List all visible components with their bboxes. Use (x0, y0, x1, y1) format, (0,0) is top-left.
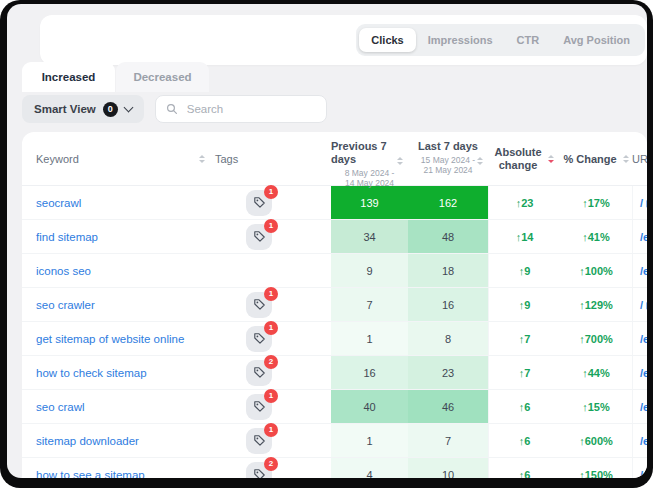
url-link[interactable]: /en/ (640, 367, 647, 379)
absolute-change-cell: ↑6 (488, 424, 560, 457)
table-row: seo crawler 1 7 16 ↑9 ↑129% / (22, 288, 647, 322)
percent-change-cell: ↑15% (560, 390, 632, 423)
smart-view-dropdown[interactable]: Smart View 0 (22, 95, 144, 123)
absolute-change-cell: ↑23 (488, 186, 560, 219)
percent-change-cell: ↑17% (560, 186, 632, 219)
keyword-link[interactable]: seo crawler (36, 299, 95, 311)
tag-icon (253, 400, 266, 413)
last-clicks-cell: 18 (408, 254, 488, 287)
external-link-icon (646, 300, 647, 310)
url-link[interactable]: /em (640, 265, 647, 277)
table-row: get sitemap of website online 1 1 8 ↑7 ↑… (22, 322, 647, 356)
metric-tab-ctr[interactable]: CTR (505, 28, 552, 52)
metric-tab-impressions[interactable]: Impressions (416, 28, 505, 52)
previous-clicks-cell: 16 (331, 356, 408, 389)
tag-icon (253, 196, 266, 209)
percent-change-cell: ↑150% (560, 458, 632, 478)
search-icon (166, 103, 178, 115)
search-input[interactable] (185, 102, 316, 116)
percent-change-cell: ↑700% (560, 322, 632, 355)
keyword-link[interactable]: seocrawl (36, 197, 81, 209)
header-last-label: Last 7 days (418, 140, 478, 153)
url-link[interactable]: /en/ (640, 231, 647, 243)
absolute-change-cell: ↑7 (488, 322, 560, 355)
header-url-label: URL (632, 153, 647, 165)
table-row: how to see a sitemap 2 4 10 ↑6 ↑150% /en… (22, 458, 647, 478)
tag-icon (253, 468, 266, 478)
header-tags: Tags (215, 132, 331, 185)
keyword-link[interactable]: how to see a sitemap (36, 469, 145, 479)
url-link[interactable]: / (640, 299, 647, 311)
header-keyword-label: Keyword (36, 153, 79, 165)
keyword-link[interactable]: get sitemap of website online (36, 333, 184, 345)
tag-count-badge: 1 (264, 423, 278, 437)
tab-increased[interactable]: Increased (22, 62, 115, 92)
last-clicks-cell: 23 (408, 356, 488, 389)
smart-view-label: Smart View (34, 103, 96, 115)
previous-clicks-cell: 1 (331, 424, 408, 457)
percent-change-cell: ↑41% (560, 220, 632, 253)
table-row: find sitemap 1 34 48 ↑14 ↑41% /en/ (22, 220, 647, 254)
table-row: seocrawl 1 139 162 ↑23 ↑17% / (22, 186, 647, 220)
tag-icon (253, 434, 266, 447)
tag-count-badge: 1 (264, 185, 278, 199)
absolute-change-cell: ↑6 (488, 458, 560, 478)
header-absolute-change[interactable]: Absolute change (488, 132, 560, 185)
last-clicks-cell: 7 (408, 424, 488, 457)
tag-button[interactable]: 1 (246, 326, 272, 352)
sort-icon-active-desc (548, 155, 554, 163)
previous-clicks-cell: 9 (331, 254, 408, 287)
tag-count-badge: 1 (264, 287, 278, 301)
tag-button[interactable]: 1 (246, 224, 272, 250)
keyword-link[interactable]: how to check sitemap (36, 367, 147, 379)
tag-icon (253, 366, 266, 379)
tag-button[interactable]: 1 (246, 428, 272, 454)
table-row: iconos seo 9 18 ↑9 ↑100% /em (22, 254, 647, 288)
absolute-change-cell: ↑14 (488, 220, 560, 253)
header-previous-7-days[interactable]: Previous 7 days 8 May 2024 - 14 May 2024 (331, 132, 408, 185)
tag-button[interactable]: 1 (246, 292, 272, 318)
table-row: seo crawl 1 40 46 ↑6 ↑15% /en/ (22, 390, 647, 424)
tab-decreased[interactable]: Decreased (116, 62, 209, 92)
keyword-link[interactable]: sitemap downloader (36, 435, 139, 447)
keyword-link[interactable]: find sitemap (36, 231, 98, 243)
metric-tab-clicks[interactable]: Clicks (359, 28, 415, 52)
tag-icon (253, 332, 266, 345)
header-keyword[interactable]: Keyword (22, 132, 215, 185)
header-percent-change[interactable]: % Change (560, 132, 632, 185)
sort-icon (199, 155, 205, 163)
tag-count-badge: 1 (264, 219, 278, 233)
percent-change-cell: ↑100% (560, 254, 632, 287)
tag-button[interactable]: 1 (246, 394, 272, 420)
url-link[interactable]: /en/ (640, 401, 647, 413)
metric-tab-avg-position[interactable]: Avg Position (551, 28, 642, 52)
keywords-table: Keyword Tags Previous 7 days 8 May 2024 … (22, 132, 647, 478)
keyword-link[interactable]: iconos seo (36, 265, 91, 277)
url-link[interactable]: /en/ (640, 469, 647, 479)
toolbar: Smart View 0 (22, 95, 327, 123)
table-header-row: Keyword Tags Previous 7 days 8 May 2024 … (22, 132, 647, 186)
last-clicks-cell: 48 (408, 220, 488, 253)
metric-switcher: Clicks Impressions CTR Avg Position (356, 24, 645, 56)
tag-button[interactable]: 2 (246, 360, 272, 386)
absolute-change-cell: ↑9 (488, 288, 560, 321)
header-percent-label: % Change (563, 153, 616, 165)
view-tabs: Increased Decreased (22, 62, 209, 92)
smart-view-count-badge: 0 (103, 102, 118, 117)
tag-icon (253, 230, 266, 243)
url-link[interactable]: / (640, 197, 647, 209)
previous-clicks-cell: 4 (331, 458, 408, 478)
absolute-change-cell: ↑9 (488, 254, 560, 287)
previous-clicks-cell: 40 (331, 390, 408, 423)
percent-change-cell: ↑129% (560, 288, 632, 321)
header-absolute-line1: Absolute (494, 146, 541, 158)
sort-icon (477, 157, 483, 165)
url-link[interactable]: /en/ (640, 333, 647, 345)
header-last-7-days[interactable]: Last 7 days 15 May 2024 - 21 May 2024 (408, 132, 488, 185)
tag-button[interactable]: 1 (246, 190, 272, 216)
tag-button[interactable]: 2 (246, 462, 272, 479)
url-link[interactable]: /en/ (640, 435, 647, 447)
last-clicks-cell: 10 (408, 458, 488, 478)
search-box[interactable] (155, 95, 327, 123)
keyword-link[interactable]: seo crawl (36, 401, 85, 413)
